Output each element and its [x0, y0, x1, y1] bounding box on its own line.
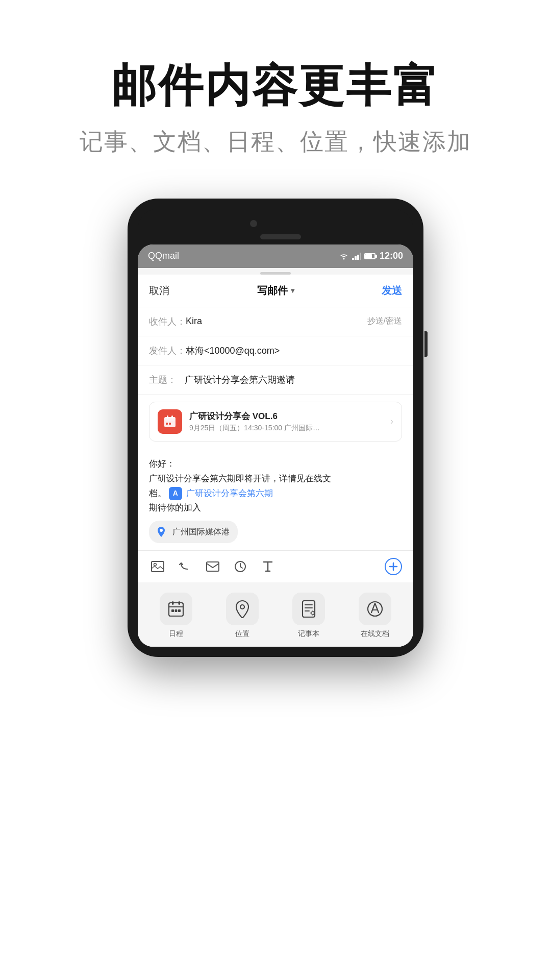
svg-point-22 — [240, 605, 244, 609]
svg-rect-3 — [357, 255, 359, 260]
notes-label: 记事本 — [298, 629, 319, 639]
phone-mockup: QQmail — [0, 199, 551, 657]
phone-camera — [250, 220, 257, 227]
add-tool-button[interactable] — [385, 558, 402, 575]
phone-speaker — [260, 234, 301, 239]
status-icons — [339, 252, 375, 260]
page-subtitle: 记事、文档、日程、位置，快速添加 — [0, 126, 551, 158]
status-time: 12:00 — [380, 251, 403, 261]
svg-rect-2 — [355, 256, 357, 260]
body-text: 你好： 广研设计分享会第六期即将开讲，详情见在线文 档。 广研设计分享会第六期 … — [149, 457, 402, 516]
text-tool-icon[interactable] — [259, 558, 277, 575]
bottom-action-bar: 日程 位置 — [138, 582, 413, 647]
compose-toolbar: 取消 写邮件 ▾ 发送 — [138, 275, 413, 307]
plus-svg — [389, 562, 398, 571]
battery-icon — [364, 253, 375, 259]
compose-title: 写邮件 ▾ — [257, 284, 294, 298]
body-greeting: 你好： — [149, 459, 175, 469]
svg-rect-9 — [166, 423, 168, 425]
pin-svg — [157, 526, 166, 537]
image-tool-icon[interactable] — [149, 558, 166, 575]
page-header: 邮件内容更丰富 记事、文档、日程、位置，快速添加 — [0, 0, 551, 188]
text-svg — [263, 560, 273, 573]
action-schedule[interactable]: 日程 — [160, 593, 192, 639]
status-right: 12:00 — [339, 251, 403, 261]
compose-title-arrow: ▾ — [291, 286, 294, 295]
schedule-icon-wrap — [160, 593, 192, 625]
online-doc-label: 在线文档 — [361, 629, 389, 639]
subject-label: 主题： — [149, 374, 185, 386]
to-field-row: 收件人： Kira 抄送/密送 — [138, 307, 413, 336]
to-label: 收件人： — [149, 315, 186, 328]
calendar-icon — [158, 409, 182, 434]
clock-svg — [234, 560, 246, 573]
cc-label[interactable]: 抄送/密送 — [367, 316, 402, 327]
subject-field-row: 主题： 广研设计分享会第六期邀请 — [138, 365, 413, 395]
online-doc-icon — [366, 600, 384, 618]
online-doc-icon-wrap — [359, 593, 391, 625]
notes-icon-wrap — [292, 593, 325, 625]
svg-rect-14 — [207, 562, 219, 571]
wifi-icon — [339, 252, 349, 260]
location-icon-wrap — [226, 593, 259, 625]
attachment-info: 广研设计分享会 VOL.6 9月25日（周五）14:30-15:00 广州国际… — [189, 410, 390, 433]
svg-rect-4 — [360, 253, 361, 260]
svg-rect-21 — [178, 609, 181, 612]
location-text: 广州国际媒体港 — [172, 527, 230, 537]
phone-frame: QQmail — [128, 199, 423, 657]
undo-tool-icon[interactable] — [177, 558, 194, 575]
location-icon — [154, 525, 168, 539]
to-value[interactable]: Kira — [186, 316, 367, 327]
from-label: 发件人： — [149, 345, 186, 357]
svg-rect-1 — [352, 258, 354, 260]
status-bar: QQmail — [138, 244, 413, 268]
svg-rect-17 — [172, 601, 174, 605]
cal-svg — [163, 415, 177, 428]
svg-point-11 — [160, 529, 163, 532]
svg-rect-8 — [171, 415, 173, 419]
body-line1: 广研设计分享会第六期即将开讲，详情见在线文 — [149, 474, 331, 483]
image-svg — [151, 561, 164, 572]
email-compose: 取消 写邮件 ▾ 发送 收件人： Kira 抄送/密送 发件人： 林海<10 — [138, 275, 413, 647]
svg-rect-10 — [169, 423, 171, 425]
location-action-label: 位置 — [235, 629, 249, 639]
tool-icons-group — [149, 558, 277, 575]
body-line3: 期待你的加入 — [149, 503, 201, 512]
svg-rect-7 — [167, 415, 168, 419]
signal-icon — [352, 253, 361, 260]
from-value[interactable]: 林海<10000@qq.com> — [186, 345, 402, 357]
svg-rect-20 — [175, 609, 178, 612]
email-svg — [206, 561, 219, 572]
doc-inline-icon — [169, 487, 182, 500]
svg-point-0 — [343, 258, 344, 259]
format-toolbar — [138, 550, 413, 582]
page-title: 邮件内容更丰富 — [0, 61, 551, 111]
email-body[interactable]: 你好： 广研设计分享会第六期即将开讲，详情见在线文 档。 广研设计分享会第六期 … — [138, 449, 413, 551]
subject-value[interactable]: 广研设计分享会第六期邀请 — [185, 374, 402, 386]
calendar-attachment[interactable]: 广研设计分享会 VOL.6 9月25日（周五）14:30-15:00 广州国际…… — [149, 402, 402, 442]
attachment-arrow-icon: › — [390, 416, 393, 427]
from-field-row: 发件人： 林海<10000@qq.com> — [138, 336, 413, 365]
undo-svg — [179, 561, 192, 572]
attachment-detail: 9月25日（周五）14:30-15:00 广州国际… — [189, 424, 390, 433]
phone-notch — [138, 209, 413, 244]
notes-icon — [301, 600, 316, 618]
svg-point-13 — [154, 564, 157, 566]
schedule-icon — [167, 600, 185, 618]
action-online-doc[interactable]: 在线文档 — [359, 593, 391, 639]
location-chip[interactable]: 广州国际媒体港 — [149, 521, 238, 543]
svg-rect-12 — [152, 561, 164, 572]
action-location[interactable]: 位置 — [226, 593, 259, 639]
clock-tool-icon[interactable] — [232, 558, 249, 575]
svg-rect-18 — [179, 601, 181, 605]
body-link[interactable]: 广研设计分享会第六期 — [186, 488, 273, 498]
phone-side-button — [424, 331, 428, 357]
send-button[interactable]: 发送 — [382, 284, 402, 298]
email-tool-icon[interactable] — [204, 558, 221, 575]
action-notes[interactable]: 记事本 — [292, 593, 325, 639]
schedule-label: 日程 — [169, 629, 183, 639]
svg-rect-19 — [171, 609, 174, 612]
body-line2-prefix: 档。 — [149, 488, 166, 498]
cancel-button[interactable]: 取消 — [149, 284, 169, 298]
attachment-title: 广研设计分享会 VOL.6 — [189, 410, 390, 422]
